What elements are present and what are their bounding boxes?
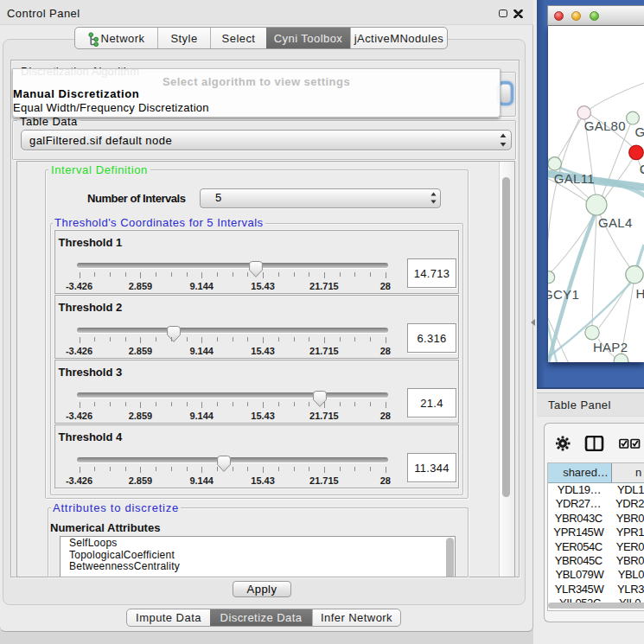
svg-text:GAL80: GAL80	[584, 118, 626, 133]
svg-text:GA: GA	[635, 124, 644, 139]
svg-text:HAP2: HAP2	[593, 340, 628, 354]
svg-text:GAL4: GAL4	[598, 215, 633, 230]
svg-text:GAL11: GAL11	[554, 171, 595, 186]
svg-text:C: C	[640, 162, 644, 176]
svg-text:H: H	[636, 286, 644, 301]
svg-text:GCY1: GCY1	[548, 287, 579, 302]
